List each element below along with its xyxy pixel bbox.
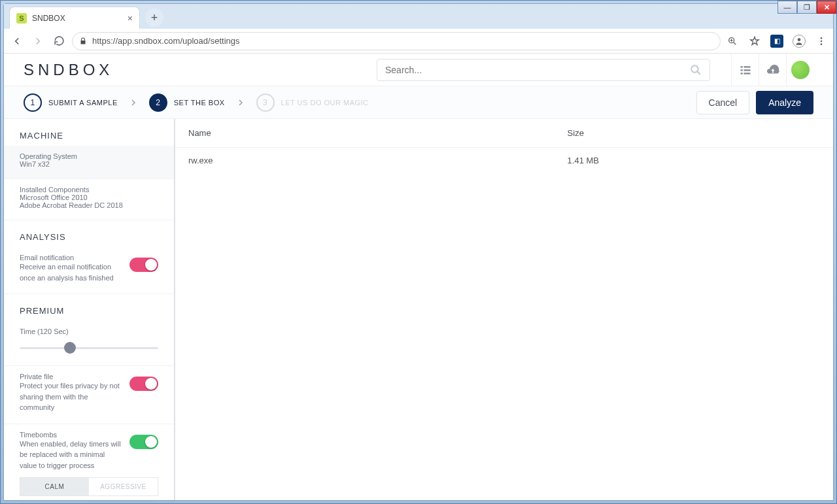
components-block[interactable]: Installed Components Microsoft Office 20…: [4, 179, 174, 220]
timebombs-toggle[interactable]: [129, 435, 158, 449]
section-machine-title: MACHINE: [4, 119, 174, 146]
extension-icon[interactable]: ◧: [770, 35, 783, 48]
app-root: SNDBOX: [4, 54, 833, 500]
url-input[interactable]: https://app.sndbox.com/upload/settings: [72, 32, 721, 50]
svg-rect-9: [743, 69, 750, 71]
app-header: SNDBOX: [4, 54, 833, 86]
star-icon[interactable]: [748, 35, 761, 48]
browser-window: S SNDBOX × + https://app.sndbox.com/uplo…: [3, 3, 834, 501]
browser-tab[interactable]: S SNDBOX ×: [9, 7, 140, 29]
time-block: Time (120 Sec): [4, 321, 174, 366]
svg-point-3: [821, 40, 823, 42]
address-bar: https://app.sndbox.com/upload/settings ◧: [4, 29, 833, 54]
step-3-number: 3: [256, 93, 275, 112]
step-1[interactable]: 1 SUBMIT A SAMPLE: [24, 93, 118, 112]
file-name: rw.exe: [188, 156, 568, 165]
timebombs-desc: When enabled, delay timers will be repla…: [20, 439, 123, 471]
svg-rect-7: [743, 66, 750, 68]
components-value-1: Microsoft Office 2010: [20, 193, 158, 201]
email-desc: Receive an email notification once an an…: [20, 261, 123, 283]
components-value-2: Adobe Acrobat Reader DC 2018: [20, 201, 158, 209]
search-icon[interactable]: [690, 64, 702, 76]
step-2[interactable]: 2 SET THE BOX: [149, 93, 225, 112]
url-text: https://app.sndbox.com/upload/settings: [92, 36, 239, 46]
private-toggle[interactable]: [129, 377, 158, 391]
svg-point-1: [798, 38, 801, 41]
seg-calm[interactable]: CALM: [20, 478, 89, 496]
timebombs-block: Timebombs When enabled, delay timers wil…: [4, 424, 174, 501]
window-minimize[interactable]: —: [777, 1, 797, 14]
svg-rect-10: [740, 73, 742, 75]
file-list: Name Size rw.exe 1.41 MB: [175, 119, 833, 500]
avatar-button[interactable]: [786, 54, 813, 86]
file-size: 1.41 MB: [568, 156, 599, 165]
settings-sidebar[interactable]: MACHINE Operating System Win7 x32 Instal…: [4, 119, 175, 500]
nav-back-button[interactable]: [9, 33, 25, 49]
private-desc: Protect your files privacy by not sharin…: [20, 380, 123, 413]
chevron-right-icon: [237, 99, 245, 107]
os-block[interactable]: Operating System Win7 x32: [4, 146, 174, 179]
svg-rect-6: [740, 66, 742, 68]
stepper: 1 SUBMIT A SAMPLE 2 SET THE BOX 3 LET US…: [4, 86, 833, 119]
seg-aggressive[interactable]: AGGRESSIVE: [89, 478, 158, 496]
step-3-label: LET US DO OUR MAGIC: [281, 99, 369, 107]
nav-forward-button[interactable]: [30, 33, 46, 49]
email-notification-block: Email notification Receive an email noti…: [4, 247, 174, 294]
toolbar-icons: ◧: [726, 35, 828, 48]
cancel-button[interactable]: Cancel: [696, 91, 750, 114]
step-3: 3 LET US DO OUR MAGIC: [256, 93, 369, 112]
mode-segment[interactable]: CALM AGGRESSIVE: [20, 477, 158, 496]
upload-button[interactable]: [759, 54, 786, 86]
step-1-label: SUBMIT A SAMPLE: [48, 99, 118, 107]
table-row[interactable]: rw.exe 1.41 MB: [175, 148, 833, 173]
svg-point-4: [821, 43, 823, 45]
time-label: Time (120 Sec): [20, 328, 158, 335]
brand-logo: SNDBOX: [24, 61, 113, 79]
svg-rect-11: [743, 73, 750, 75]
section-premium-title: PREMIUM: [4, 294, 174, 321]
search-input[interactable]: [385, 65, 690, 75]
section-analysis-title: ANALYSIS: [4, 220, 174, 247]
col-size-header: Size: [568, 128, 584, 138]
new-tab-button[interactable]: +: [145, 8, 163, 27]
table-header: Name Size: [175, 119, 833, 148]
search-box[interactable]: [377, 59, 710, 81]
components-label: Installed Components: [20, 186, 158, 193]
os-value: Win7 x32: [20, 160, 158, 168]
svg-rect-8: [740, 69, 742, 71]
favicon-icon: S: [16, 13, 27, 24]
nav-reload-button[interactable]: [51, 33, 67, 49]
email-toggle[interactable]: [129, 258, 158, 272]
stepper-actions: Cancel Analyze: [696, 91, 813, 114]
header-actions: [731, 54, 813, 86]
timebombs-label: Timebombs: [20, 431, 123, 439]
email-label: Email notification: [20, 254, 123, 261]
profile-icon[interactable]: [793, 35, 806, 48]
os-label: Operating System: [20, 152, 158, 160]
step-2-number: 2: [149, 93, 167, 112]
svg-point-2: [821, 37, 823, 39]
private-label: Private file: [20, 373, 123, 380]
tab-close-icon[interactable]: ×: [128, 13, 133, 24]
window-controls: — ❐ ✕: [777, 1, 836, 14]
window-maximize[interactable]: ❐: [797, 1, 817, 14]
avatar-icon: [791, 61, 810, 79]
workspace: MACHINE Operating System Win7 x32 Instal…: [4, 119, 833, 500]
menu-icon[interactable]: [815, 35, 828, 48]
step-2-label: SET THE BOX: [174, 99, 225, 107]
chevron-right-icon: [129, 99, 137, 107]
private-file-block: Private file Protect your files privacy …: [4, 366, 174, 424]
tab-title: SNDBOX: [32, 14, 122, 23]
svg-point-5: [691, 65, 698, 73]
col-name-header: Name: [188, 128, 568, 138]
analyze-button[interactable]: Analyze: [756, 91, 813, 114]
window-close[interactable]: ✕: [817, 1, 836, 14]
zoom-icon[interactable]: [726, 35, 739, 48]
list-view-button[interactable]: [731, 54, 759, 86]
lock-icon: [79, 37, 87, 45]
time-slider[interactable]: [20, 342, 158, 355]
tab-strip: S SNDBOX × +: [4, 4, 833, 29]
step-1-number: 1: [24, 93, 42, 112]
